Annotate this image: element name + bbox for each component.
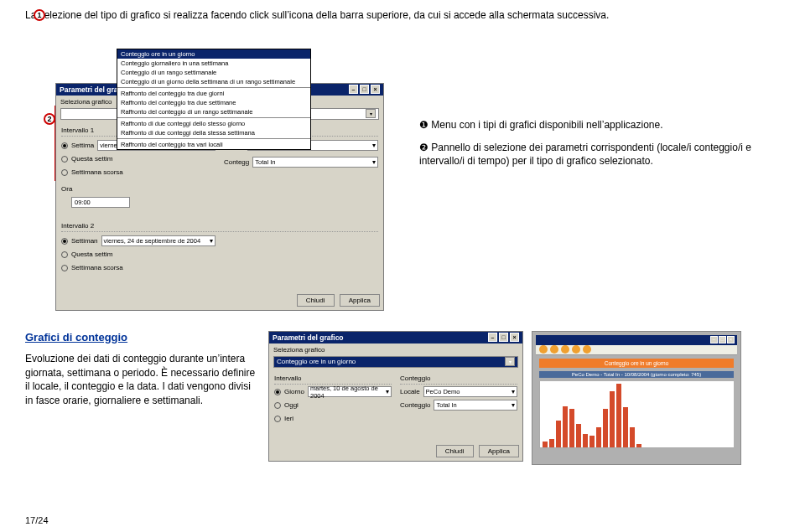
label-oggi: Oggi — [284, 401, 299, 409]
label-scorsa-2: Settimana scorsa — [71, 264, 123, 271]
label-settimana-2: Settiman — [71, 237, 98, 245]
applica-button[interactable]: Applica — [340, 294, 380, 307]
section-title: Grafici di conteggio — [25, 331, 260, 343]
ora-input[interactable]: 09:00 — [71, 197, 130, 208]
ora-label: Ora — [61, 185, 72, 193]
chart-toolbar[interactable] — [536, 345, 737, 355]
legend-text-2: ❷ Pannello di selezione dei parametri co… — [419, 141, 780, 169]
minimize-icon[interactable]: – — [349, 85, 358, 94]
menu-item[interactable]: Raffronto del conteggio tra due settiman… — [117, 98, 310, 107]
close-icon[interactable]: × — [371, 85, 380, 94]
chart-bar — [576, 424, 581, 447]
chart-bar — [610, 391, 615, 447]
maximize-icon[interactable]: □ — [360, 85, 369, 94]
toolbar-icon[interactable] — [583, 345, 591, 354]
menu-item[interactable]: Raffronto del conteggio tra due giorni — [117, 89, 310, 98]
intervallo-header-2: Intervallo — [274, 374, 392, 385]
chevron-down-icon[interactable]: ▾ — [366, 109, 376, 118]
chevron-down-icon[interactable]: ▾ — [505, 357, 515, 366]
label-ieri: Ieri — [284, 415, 293, 422]
callout-marker-2: 2 — [44, 113, 55, 125]
radio-scorsa-2[interactable] — [61, 265, 68, 271]
chart-subtitle: PeCo Demo - Total In - 10/08/2004 (giorn… — [539, 371, 734, 378]
chart-bar — [569, 409, 574, 447]
menu-item[interactable]: Conteggio di un giorno della settimana d… — [117, 77, 310, 86]
chart-plot-area — [539, 381, 734, 448]
locale-dropdown-2[interactable]: PeCo Demo▾ — [423, 386, 517, 397]
menu-item[interactable]: Raffronto di due conteggi della stessa s… — [117, 128, 310, 137]
menu-item[interactable]: Raffronto del conteggio di un rango sett… — [117, 107, 310, 116]
legend-text-1: ❶ Menu con i tipi di grafici disponibili… — [419, 118, 663, 132]
date-picker-2[interactable]: viernes, 24 de septiembre de 2004▾ — [101, 235, 216, 246]
radio-questa-settimana[interactable] — [61, 156, 68, 163]
grafico-type-menu[interactable]: Conteggio ore in un giorno Conteggio gio… — [117, 49, 311, 150]
legend-bullet-2 — [402, 141, 414, 169]
minimize-icon[interactable]: – — [710, 336, 718, 343]
close-icon[interactable]: × — [727, 336, 735, 343]
toolbar-icon[interactable] — [539, 345, 548, 354]
conteggio-header-2: Conteggio — [400, 374, 517, 385]
seleziona-label-2: Seleziona grafico — [269, 343, 522, 356]
chart-bar — [623, 407, 628, 447]
section-text: Evoluzione dei dati di conteggio durante… — [25, 352, 260, 408]
chart-bar — [549, 439, 554, 447]
dialog-title-text-2: Parametri del grafico — [273, 333, 344, 342]
conteggio-dropdown[interactable]: Total In▾ — [252, 157, 378, 168]
conteggio-dropdown-2[interactable]: Total In▾ — [434, 400, 517, 411]
maximize-icon[interactable]: □ — [499, 333, 508, 342]
locale-label-2: Locale — [400, 388, 420, 395]
dropdown-value-2: Conteggio ore in un giorno — [277, 358, 356, 365]
intervallo2-header: Intervallo 2 — [61, 222, 378, 232]
page-number: 17/24 — [25, 515, 49, 525]
toolbar-icon[interactable] — [572, 345, 580, 354]
chart-window: – □ × Conteggio ore in un giorno PeCo De… — [532, 331, 741, 465]
menu-item[interactable]: Raffronto di due conteggi dello stesso g… — [117, 119, 310, 128]
chart-title: Conteggio ore in un giorno — [539, 359, 734, 368]
chiudi-button-2[interactable]: Chiudi — [436, 445, 474, 457]
menu-item[interactable]: Raffronto del conteggio tra vari locali — [117, 140, 310, 149]
parametri-dialog-2: Parametri del grafico – □ × Seleziona gr… — [268, 331, 523, 462]
toolbar-icon[interactable] — [550, 345, 558, 354]
toolbar-icon[interactable] — [561, 345, 569, 354]
chart-bar — [589, 436, 595, 447]
chart-window-titlebar: – □ × — [536, 335, 737, 345]
menu-item-selected[interactable]: Conteggio ore in un giorno — [117, 49, 310, 59]
menu-item[interactable]: Conteggio di un rango settimanale — [117, 68, 310, 77]
parametri-dialog-1: Conteggio ore in un giorno Conteggio gio… — [55, 83, 384, 311]
callout-marker-1: 1 — [34, 9, 45, 21]
minimize-icon[interactable]: – — [488, 333, 497, 342]
radio-settimana-2[interactable] — [61, 238, 68, 245]
radio-giorno[interactable] — [274, 389, 281, 395]
chart-bar — [603, 409, 608, 447]
chart-bar — [616, 384, 621, 447]
chart-bar — [556, 421, 561, 447]
dialog-titlebar-2: Parametri del grafico – □ × — [269, 332, 522, 343]
intro-text: La selezione del tipo di grafico si real… — [25, 8, 780, 23]
chiudi-button[interactable]: Chiudi — [297, 294, 335, 307]
chart-bar — [543, 442, 548, 447]
chart-bar — [563, 406, 568, 447]
chart-bar — [636, 444, 641, 447]
maximize-icon[interactable]: □ — [719, 336, 726, 343]
close-icon[interactable]: × — [510, 333, 519, 342]
radio-settimana-scorsa[interactable] — [61, 169, 68, 176]
menu-item[interactable]: Conteggio giornaliero in una settimana — [117, 59, 310, 68]
chart-bar — [596, 427, 601, 447]
label-questa: Questa settim — [71, 155, 112, 163]
label-scorsa: Settimana scorsa — [71, 168, 123, 176]
label-settimana: Settima — [71, 142, 94, 149]
chart-bar — [630, 427, 635, 447]
date-picker-3[interactable]: martes, 10 de agosto de 2004▾ — [308, 386, 392, 397]
radio-oggi[interactable] — [274, 402, 281, 409]
seleziona-dropdown-2[interactable]: Conteggio ore in un giorno ▾ — [273, 356, 518, 368]
chart-bar — [583, 434, 588, 447]
label-questa-2: Questa settim — [71, 251, 112, 258]
legend-bullet-1 — [402, 118, 414, 132]
radio-questa-2[interactable] — [61, 251, 68, 258]
label-giorno: Giorno — [284, 388, 304, 395]
conteggio-label-2: Conteggio — [400, 401, 430, 409]
radio-ieri[interactable] — [274, 416, 281, 422]
applica-button-2[interactable]: Applica — [479, 445, 519, 457]
radio-settimana[interactable] — [61, 142, 68, 149]
conteggio-label: Contegg — [224, 158, 249, 166]
